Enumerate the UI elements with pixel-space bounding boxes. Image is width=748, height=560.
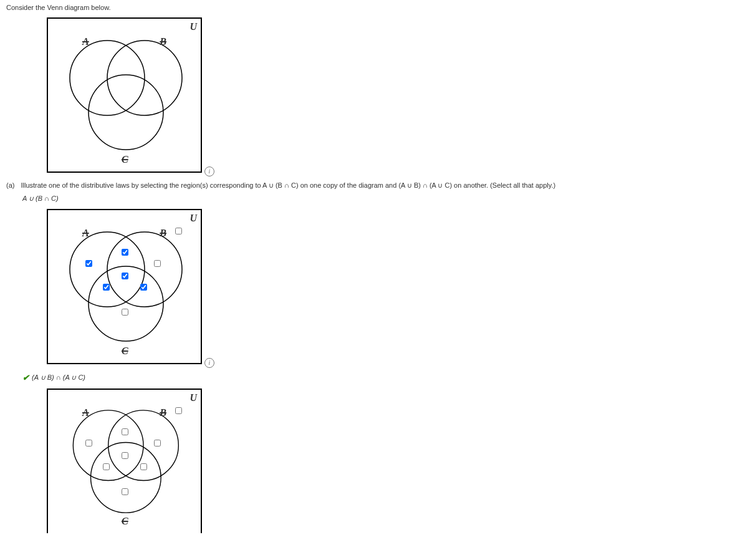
expression-1: A ∪ (B ∩ C) bbox=[22, 195, 742, 203]
checkbox-region-c-only[interactable] bbox=[122, 488, 128, 495]
venn-diagram-expr2: U A B C bbox=[47, 389, 202, 533]
label-b: B bbox=[160, 407, 166, 418]
checkbox-region-u-only[interactable] bbox=[175, 228, 182, 234]
info-icon[interactable]: i bbox=[204, 167, 214, 176]
label-u: U bbox=[189, 21, 197, 32]
part-text: Illustrate one of the distributive laws … bbox=[21, 181, 555, 190]
checkbox-region-a-only[interactable] bbox=[85, 440, 92, 447]
label-a: A bbox=[82, 228, 89, 239]
expression-2: ✔ (A ∪ B) ∩ (A ∪ C) bbox=[22, 373, 742, 382]
part-label: (a) bbox=[6, 181, 14, 189]
venn-svg bbox=[48, 19, 201, 171]
checkbox-region-a-only[interactable] bbox=[85, 260, 92, 267]
checkbox-region-c-only[interactable] bbox=[122, 309, 128, 316]
checkbox-region-u-only[interactable] bbox=[175, 407, 182, 414]
checkbox-region-bc[interactable] bbox=[140, 463, 147, 470]
checkbox-region-ac[interactable] bbox=[103, 284, 110, 291]
label-b: B bbox=[160, 228, 166, 239]
label-a: A bbox=[82, 36, 89, 47]
checkbox-region-abc[interactable] bbox=[122, 273, 128, 279]
checkbox-region-bc[interactable] bbox=[140, 284, 147, 291]
label-u: U bbox=[189, 392, 197, 403]
label-u: U bbox=[189, 213, 197, 224]
svg-point-2 bbox=[89, 75, 163, 150]
checkbox-region-ac[interactable] bbox=[103, 463, 110, 470]
checkbox-region-ab[interactable] bbox=[122, 249, 128, 256]
label-c: C bbox=[122, 154, 128, 165]
label-b: B bbox=[160, 36, 166, 47]
venn-diagram-reference: U A B C bbox=[47, 17, 202, 173]
checkbox-region-abc[interactable] bbox=[122, 452, 128, 459]
label-c: C bbox=[122, 345, 128, 357]
checkbox-region-b-only[interactable] bbox=[154, 260, 161, 267]
label-c: C bbox=[122, 516, 128, 527]
check-icon: ✔ bbox=[22, 373, 29, 382]
venn-diagram-expr1: U A B C bbox=[47, 209, 202, 364]
question-intro: Consider the Venn diagram below. bbox=[6, 4, 742, 11]
checkbox-region-b-only[interactable] bbox=[154, 440, 161, 447]
label-a: A bbox=[82, 407, 89, 418]
info-icon[interactable]: i bbox=[204, 358, 214, 368]
checkbox-region-ab[interactable] bbox=[122, 428, 128, 435]
